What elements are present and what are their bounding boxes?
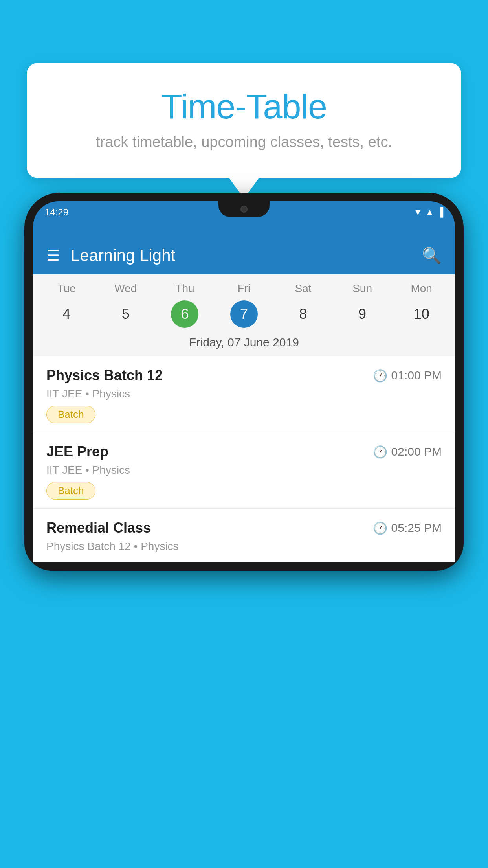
cal-day-num: 6 (171, 300, 198, 328)
notch-bump (218, 201, 270, 217)
calendar-day[interactable]: Mon10 (406, 282, 437, 328)
calendar-day[interactable]: Fri7 (228, 282, 260, 328)
phone-wrapper: 14:29 ▼ ▲ ▐ ☰ Learning Light 🔍 Tue4Wed5T… (24, 193, 464, 868)
cal-day-num: 8 (290, 300, 317, 328)
batch-badge: Batch (46, 406, 95, 423)
battery-icon: ▐ (437, 207, 443, 217)
cal-day-num: 10 (408, 300, 435, 328)
tooltip-subtitle: track timetable, upcoming classes, tests… (54, 134, 434, 151)
app-bar: ☰ Learning Light 🔍 (33, 237, 455, 274)
time-text: 05:25 PM (391, 521, 442, 535)
phone-notch-bar: 14:29 ▼ ▲ ▐ (33, 201, 455, 237)
cal-day-name: Wed (114, 282, 137, 295)
schedule-item-title: Remedial Class (46, 520, 151, 536)
cal-day-num: 9 (349, 300, 376, 328)
cal-day-name: Fri (238, 282, 251, 295)
cal-day-num: 4 (53, 300, 80, 328)
time-text: 02:00 PM (391, 445, 442, 458)
cal-day-name: Sat (295, 282, 312, 295)
clock-icon: 🕐 (373, 445, 387, 459)
phone-outer: 14:29 ▼ ▲ ▐ ☰ Learning Light 🔍 Tue4Wed5T… (24, 193, 464, 571)
phone-screen: Tue4Wed5Thu6Fri7Sat8Sun9Mon10 Friday, 07… (33, 274, 455, 562)
hamburger-icon[interactable]: ☰ (46, 248, 60, 263)
schedule-item-title: JEE Prep (46, 443, 108, 460)
calendar-section: Tue4Wed5Thu6Fri7Sat8Sun9Mon10 Friday, 07… (33, 274, 455, 356)
app-title: Learning Light (71, 246, 411, 265)
status-time: 14:29 (45, 207, 68, 218)
cal-day-name: Thu (175, 282, 194, 295)
calendar-day[interactable]: Sun9 (347, 282, 378, 328)
calendar-day[interactable]: Sat8 (288, 282, 319, 328)
calendar-day[interactable]: Thu6 (169, 282, 200, 328)
schedule-item-subtitle: IIT JEE • Physics (46, 464, 442, 476)
time-text: 01:00 PM (391, 369, 442, 382)
calendar-days-row: Tue4Wed5Thu6Fri7Sat8Sun9Mon10 (33, 274, 455, 331)
schedule-item-time: 🕐05:25 PM (373, 521, 442, 535)
camera-dot (240, 206, 248, 213)
clock-icon: 🕐 (373, 369, 387, 383)
schedule-item-header: JEE Prep🕐02:00 PM (46, 443, 442, 460)
wifi-icon: ▼ (414, 207, 422, 217)
schedule-item-title: Physics Batch 12 (46, 367, 163, 384)
clock-icon: 🕐 (373, 521, 387, 535)
cal-day-name: Sun (352, 282, 372, 295)
schedule-item-time: 🕐01:00 PM (373, 369, 442, 383)
cal-day-name: Mon (411, 282, 432, 295)
calendar-day[interactable]: Wed5 (110, 282, 141, 328)
schedule-item-subtitle: Physics Batch 12 • Physics (46, 540, 442, 553)
schedule-item[interactable]: Physics Batch 12🕐01:00 PMIIT JEE • Physi… (33, 356, 455, 432)
schedule-item[interactable]: JEE Prep🕐02:00 PMIIT JEE • PhysicsBatch (33, 432, 455, 509)
calendar-date-label: Friday, 07 June 2019 (33, 331, 455, 356)
schedule-item-subtitle: IIT JEE • Physics (46, 388, 442, 400)
status-icons: ▼ ▲ ▐ (414, 207, 443, 217)
schedule-item-header: Physics Batch 12🕐01:00 PM (46, 367, 442, 384)
search-icon[interactable]: 🔍 (422, 246, 442, 265)
signal-icon: ▲ (426, 207, 434, 217)
cal-day-num: 7 (230, 300, 258, 328)
schedule-item-header: Remedial Class🕐05:25 PM (46, 520, 442, 536)
schedule-item-time: 🕐02:00 PM (373, 445, 442, 459)
tooltip-title: Time-Table (54, 86, 434, 127)
schedule-item[interactable]: Remedial Class🕐05:25 PMPhysics Batch 12 … (33, 509, 455, 562)
cal-day-name: Tue (57, 282, 76, 295)
cal-day-num: 5 (112, 300, 139, 328)
schedule-list: Physics Batch 12🕐01:00 PMIIT JEE • Physi… (33, 356, 455, 562)
batch-badge: Batch (46, 482, 95, 500)
calendar-day[interactable]: Tue4 (51, 282, 82, 328)
tooltip-card: Time-Table track timetable, upcoming cla… (27, 63, 461, 178)
